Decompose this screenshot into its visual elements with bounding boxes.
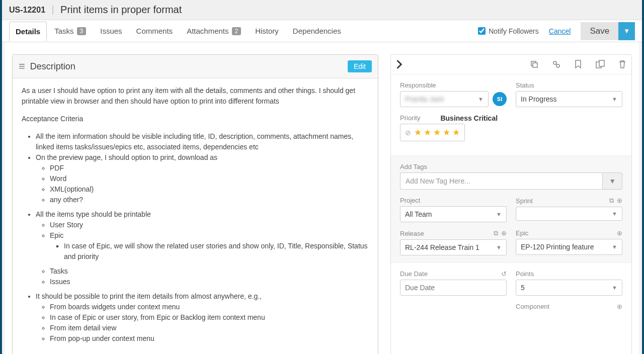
component-label: Component	[516, 303, 549, 310]
chevron-down-icon: ▼	[612, 244, 617, 250]
responsible-select[interactable]: Pranita Jasti ▼	[400, 91, 489, 107]
reset-icon[interactable]: ↺	[501, 270, 507, 278]
list-item: Epic	[50, 231, 63, 239]
description-drag-icon	[19, 60, 25, 73]
trash-icon[interactable]	[618, 60, 626, 69]
bookmark-icon[interactable]	[574, 60, 582, 69]
plus-icon[interactable]: ⊕	[617, 229, 622, 237]
responsible-value: Pranita Jasti	[405, 95, 444, 103]
epic-label: Epic	[516, 229, 528, 237]
tab-attachments-label: Attachments	[187, 27, 228, 35]
star-icon[interactable]: ★	[414, 127, 422, 138]
star-icon[interactable]: ★	[424, 127, 431, 138]
notify-label: Notify Followers	[489, 27, 539, 35]
star-icon[interactable]: ★	[433, 127, 441, 138]
svg-line-4	[556, 64, 557, 65]
tab-tasks[interactable]: Tasks 3	[48, 21, 93, 41]
due-date-label: Due Date	[400, 270, 428, 278]
clear-priority-icon[interactable]: ⊘	[405, 129, 411, 137]
chevron-right-icon[interactable]	[396, 60, 403, 69]
list-item: From boards widgets under context menu	[50, 302, 369, 312]
status-value: In Progress	[521, 95, 557, 103]
copy-icon[interactable]	[530, 60, 539, 69]
tab-attachments[interactable]: Attachments 2	[180, 21, 248, 41]
epic-value: EP-120 Printing feature	[521, 243, 594, 251]
duplicate-icon[interactable]	[595, 60, 605, 69]
tab-comments[interactable]: Comments	[130, 21, 180, 41]
tab-tasks-label: Tasks	[54, 27, 73, 35]
list-item: Issues	[50, 277, 369, 287]
list-item: In case of Epic or user story, from Epic…	[50, 312, 369, 323]
notify-followers[interactable]: Notify Followers	[478, 27, 539, 35]
status-label: Status	[516, 81, 622, 89]
status-select[interactable]: In Progress ▼	[516, 91, 622, 107]
star-icon[interactable]: ★	[452, 127, 460, 138]
plus-icon[interactable]: ⊕	[617, 303, 622, 310]
priority-label: Priority	[400, 114, 420, 122]
item-title: Print items in proper format	[60, 4, 182, 16]
list-item: From item detail view	[50, 323, 369, 333]
list-item: In case of Epic, we will show the relate…	[64, 241, 369, 262]
priority-stars[interactable]: ⊘ ★ ★ ★ ★ ★	[400, 124, 465, 141]
sprint-label: Sprint	[516, 197, 533, 205]
properties-panel: Responsible Pranita Jasti ▼ SI Status	[390, 54, 632, 354]
list-item: From pop-up under context menu	[50, 333, 369, 344]
release-label: Release	[400, 230, 424, 237]
sprint-select[interactable]: ▼	[516, 207, 622, 221]
points-label: Points	[516, 270, 622, 278]
edit-button[interactable]: Edit	[348, 60, 372, 72]
due-date-input[interactable]	[400, 280, 507, 296]
avatar[interactable]: SI	[493, 92, 507, 106]
attachments-count-badge: 2	[232, 27, 242, 35]
list-item: Word	[50, 173, 369, 184]
tab-dependencies[interactable]: Dependencies	[286, 21, 348, 41]
copy-icon[interactable]: ⧉	[494, 229, 498, 237]
add-tags-label: Add Tags	[400, 163, 622, 170]
chevron-down-icon: ▼	[496, 244, 502, 250]
cancel-link[interactable]: Cancel	[549, 27, 571, 35]
list-item: All the item information should be visib…	[36, 131, 369, 152]
plus-icon[interactable]: ⊕	[501, 229, 507, 237]
business-critical-label: Business Critical	[440, 114, 498, 122]
release-value: RL-244 Release Train 1	[405, 243, 479, 251]
tab-history[interactable]: History	[249, 21, 285, 41]
tag-input[interactable]: Add New Tag Here...	[400, 172, 602, 190]
tab-details[interactable]: Details	[9, 22, 47, 41]
list-item: It should be possible to print the item …	[36, 292, 262, 300]
item-id: US-12201	[9, 6, 53, 15]
list-item: On the preview page, I should option to …	[36, 153, 217, 161]
project-value: All Team	[405, 210, 432, 218]
chevron-down-icon: ▼	[478, 96, 484, 102]
svg-rect-6	[599, 60, 604, 66]
list-item: User Story	[50, 220, 369, 230]
acceptance-criteria-heading: Acceptance Criteria	[22, 114, 369, 124]
save-dropdown[interactable]: ▼	[618, 22, 635, 40]
svg-rect-1	[533, 63, 537, 67]
release-select[interactable]: RL-244 Release Train 1 ▼	[400, 239, 507, 255]
plus-icon[interactable]: ⊕	[617, 197, 622, 205]
link-icon[interactable]	[552, 60, 561, 69]
points-value: 5	[521, 284, 525, 292]
chevron-down-icon: ▼	[496, 211, 502, 217]
list-item: PDF	[50, 163, 369, 173]
list-item: any other?	[50, 195, 369, 205]
tasks-count-badge: 3	[77, 27, 87, 35]
star-icon[interactable]: ★	[443, 127, 450, 138]
save-button[interactable]: Save	[581, 22, 618, 40]
tag-dropdown[interactable]: ▼	[602, 172, 622, 190]
list-item: XML(optional)	[50, 184, 369, 195]
points-select[interactable]: 5 ▼	[516, 280, 622, 296]
description-intro: As a user I should have option to print …	[22, 85, 369, 107]
copy-icon[interactable]: ⧉	[609, 197, 614, 205]
chevron-down-icon: ▼	[612, 211, 617, 217]
list-item: All the items type should be printable	[36, 210, 151, 218]
project-select[interactable]: All Team ▼	[400, 206, 507, 222]
description-body: As a user I should have option to print …	[13, 78, 378, 354]
epic-select[interactable]: EP-120 Printing feature ▼	[516, 239, 622, 255]
notify-checkbox[interactable]	[478, 27, 486, 35]
chevron-down-icon: ▼	[612, 285, 617, 291]
list-item: Tasks	[50, 266, 369, 277]
tab-issues[interactable]: Issues	[94, 21, 128, 41]
description-title: Description	[30, 61, 75, 72]
chevron-down-icon: ▼	[612, 96, 617, 102]
